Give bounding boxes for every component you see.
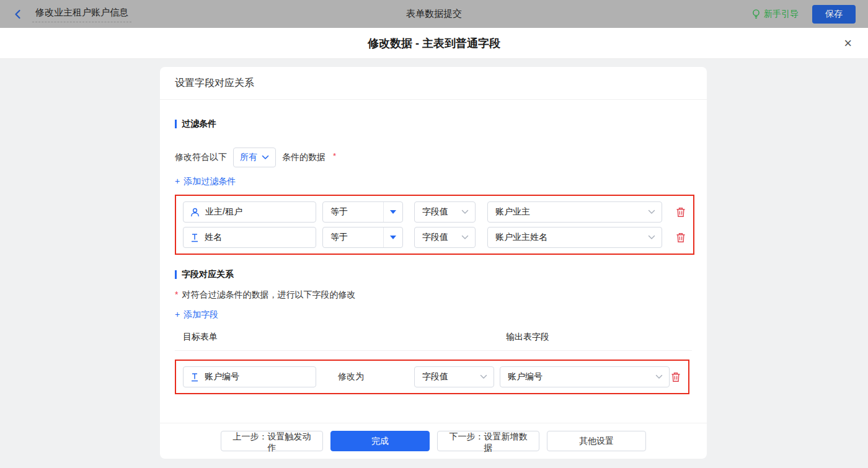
mapping-section-title: 字段对应关系	[175, 269, 692, 280]
card-footer: 上一步：设置触发动作 完成 下一步：设置新增数据 其他设置	[160, 423, 707, 459]
modal-body: 设置字段对应关系 过滤条件 修改符合以下 所有 条件的数据 * +添加过滤条	[0, 59, 868, 468]
field-selector[interactable]: 账户编号	[183, 366, 316, 387]
value-select[interactable]: 账户业主	[487, 201, 662, 223]
beginner-guide-link[interactable]: 新手引导	[751, 9, 799, 20]
field-selector[interactable]: 业主/租户	[183, 201, 316, 223]
output-field-column-label: 输出表字段	[506, 332, 692, 343]
field-mapping-card: 设置字段对应关系 过滤条件 修改符合以下 所有 条件的数据 * +添加过滤条	[160, 67, 707, 459]
app-toolbar: 修改业主租户账户信息 表单数据提交 新手引导 保存	[0, 0, 868, 28]
save-button[interactable]: 保存	[812, 5, 856, 24]
caret-down-icon	[390, 210, 396, 214]
modal-title: 修改数据 - 主表到普通字段	[368, 36, 500, 51]
bulb-icon	[751, 9, 761, 19]
operator-select[interactable]: 等于	[322, 201, 403, 223]
done-button[interactable]: 完成	[330, 431, 430, 451]
trash-icon	[676, 232, 686, 243]
section-marker	[175, 120, 177, 128]
match-suffix-label: 条件的数据	[282, 152, 326, 163]
value-type-select[interactable]: 字段值	[414, 227, 476, 248]
section-marker	[175, 270, 177, 279]
guide-label: 新手引导	[764, 9, 799, 20]
modify-to-label: 修改为	[338, 371, 392, 382]
value-select[interactable]: 账户编号	[500, 366, 670, 387]
chevron-down-icon	[262, 155, 269, 160]
text-icon	[190, 233, 199, 242]
trash-icon	[671, 372, 681, 382]
mapping-rows-highlight-box: 账户编号 修改为 字段值 账户编号	[175, 360, 689, 394]
match-condition-row: 修改符合以下 所有 条件的数据 *	[175, 148, 692, 167]
add-filter-condition-link[interactable]: +添加过滤条件	[175, 176, 236, 187]
close-icon[interactable]: ×	[844, 37, 852, 50]
field-selector[interactable]: 姓名	[183, 227, 316, 248]
modal-header: 修改数据 - 主表到普通字段 ×	[0, 28, 868, 59]
delete-row-button[interactable]	[676, 232, 686, 243]
prev-step-button[interactable]: 上一步：设置触发动作	[221, 431, 323, 451]
match-mode-select[interactable]: 所有	[233, 148, 276, 167]
filter-condition-row: 姓名 等于 字段值 账户业主姓名	[183, 227, 686, 248]
filter-section-title: 过滤条件	[175, 118, 692, 130]
chevron-down-icon	[480, 374, 487, 379]
value-type-select[interactable]: 字段值	[414, 201, 476, 223]
workflow-title[interactable]: 修改业主租户账户信息	[32, 6, 131, 22]
value-type-select[interactable]: 字段值	[414, 366, 494, 387]
operator-select[interactable]: 等于	[322, 227, 403, 248]
target-form-column-label: 目标表单	[183, 332, 218, 343]
add-field-link[interactable]: +添加字段	[175, 309, 218, 320]
filter-rows-highlight-box: 业主/租户 等于 字段值 账户业主	[175, 195, 694, 255]
divider	[175, 350, 692, 351]
required-asterisk: *	[333, 151, 336, 161]
trash-icon	[676, 207, 686, 218]
mapping-column-headers: 目标表单 输出表字段	[175, 332, 692, 343]
caret-down-icon	[390, 236, 396, 239]
filter-condition-row: 业主/租户 等于 字段值 账户业主	[183, 201, 686, 223]
chevron-down-icon	[648, 235, 655, 240]
chevron-down-icon	[648, 210, 655, 214]
delete-row-button[interactable]	[676, 207, 686, 218]
required-asterisk: *	[175, 289, 178, 299]
mapping-row: 账户编号 修改为 字段值 账户编号	[183, 366, 681, 387]
chevron-down-icon	[461, 210, 469, 214]
next-step-button[interactable]: 下一步：设置新增数据	[437, 431, 539, 451]
value-select[interactable]: 账户业主姓名	[487, 227, 662, 248]
text-icon	[190, 373, 199, 382]
chevron-down-icon	[461, 235, 469, 240]
chevron-left-icon	[12, 9, 24, 20]
delete-row-button[interactable]	[671, 372, 681, 382]
card-title: 设置字段对应关系	[160, 67, 707, 100]
mapping-description: *对符合过滤条件的数据，进行以下字段的修改	[175, 289, 692, 301]
back-button[interactable]	[12, 9, 24, 20]
user-icon	[190, 208, 200, 217]
other-settings-button[interactable]: 其他设置	[547, 431, 646, 451]
match-prefix-label: 修改符合以下	[175, 152, 227, 163]
chevron-down-icon	[655, 374, 663, 379]
